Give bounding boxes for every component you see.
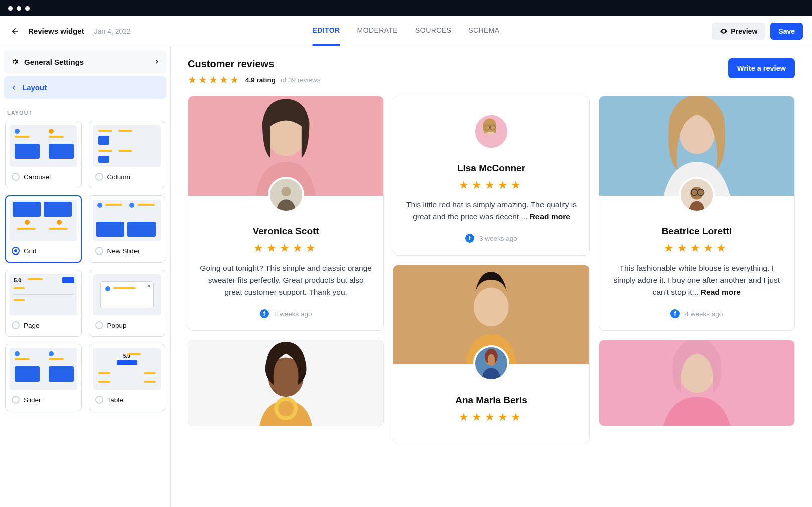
review-card[interactable] <box>599 340 795 426</box>
layout-name: Carousel <box>24 173 51 181</box>
review-hero <box>599 340 794 426</box>
layout-option-grid[interactable]: Grid <box>5 195 82 263</box>
editor-tabs: EDITOR MODERATE SOURCES SCHEMA <box>313 16 500 46</box>
layout-name: Table <box>107 396 123 404</box>
window-traffic-lights <box>0 0 812 16</box>
reviewer-name: Ana Maria Beris <box>403 395 579 406</box>
review-card[interactable]: Veronica Scott ★★★★★ Going out tonight? … <box>188 96 384 331</box>
radio-icon <box>95 321 103 329</box>
svg-point-1 <box>723 30 725 32</box>
layout-option-new-slider[interactable]: New Slider <box>89 195 166 263</box>
rating-summary: 4.9 rating <box>245 76 276 84</box>
reviewer-avatar <box>473 345 509 382</box>
sidebar-section-label: LAYOUT <box>4 99 166 121</box>
tab-moderate[interactable]: MODERATE <box>357 16 398 46</box>
window-dot <box>17 6 21 11</box>
read-more-link[interactable]: Read more <box>701 288 741 296</box>
reviewer-name: Beatrice Loretti <box>609 226 784 237</box>
radio-icon <box>12 396 20 404</box>
gear-icon <box>10 57 19 66</box>
layout-options-grid: Carousel Column <box>4 121 166 411</box>
layout-option-slider[interactable]: Slider <box>5 344 82 411</box>
tab-editor[interactable]: EDITOR <box>313 16 340 46</box>
sidebar-item-layout[interactable]: Layout <box>4 76 166 99</box>
review-time: 3 weeks ago <box>479 235 517 242</box>
radio-icon <box>95 173 103 181</box>
chevron-right-icon <box>153 58 160 65</box>
preview-canvas: Customer reviews ★★★★★ 4.9 rating of 39 … <box>171 46 812 507</box>
settings-sidebar: General Settings Layout LAYOUT <box>0 46 171 507</box>
tab-sources[interactable]: SOURCES <box>415 16 451 46</box>
svg-point-14 <box>474 288 509 327</box>
review-stars: ★★★★★ <box>198 242 373 255</box>
write-review-button[interactable]: Write a review <box>728 58 795 78</box>
layout-name: Slider <box>24 396 41 404</box>
reviewer-avatar <box>473 113 509 150</box>
layout-option-column[interactable]: Column <box>89 121 166 188</box>
layout-option-carousel[interactable]: Carousel <box>5 121 82 188</box>
preview-label: Preview <box>731 27 757 35</box>
layout-option-page[interactable]: 5.0 Page <box>5 270 82 337</box>
sidebar-item-general-settings[interactable]: General Settings <box>4 50 166 73</box>
layout-thumb <box>93 200 161 241</box>
layout-thumb <box>10 200 77 241</box>
save-button[interactable]: Save <box>770 23 803 40</box>
review-time: 2 weeks ago <box>274 310 312 318</box>
layout-name: Column <box>107 173 131 181</box>
sidebar-label: General Settings <box>24 58 84 66</box>
review-hero <box>188 340 383 426</box>
reviews-grid: Veronica Scott ★★★★★ Going out tonight? … <box>188 96 795 443</box>
svg-point-5 <box>281 187 291 196</box>
read-more-link[interactable]: Read more <box>530 212 570 221</box>
review-card[interactable]: Lisa McConner ★★★★★ This little red hat … <box>393 96 589 256</box>
rating-stars: ★★★★★ <box>188 74 240 86</box>
preview-button[interactable]: Preview <box>712 23 765 40</box>
page-date: Jan 4, 2022 <box>94 27 131 35</box>
radio-icon <box>12 247 20 255</box>
layout-thumb: 5.0 <box>10 274 77 315</box>
back-button[interactable] <box>9 25 21 37</box>
layout-name: Page <box>24 322 40 329</box>
review-stars: ★★★★★ <box>403 411 579 424</box>
review-stars: ★★★★★ <box>609 242 784 255</box>
review-time: 4 weeks ago <box>685 310 723 318</box>
review-card[interactable] <box>188 340 384 426</box>
window-dot <box>8 6 13 11</box>
layout-thumb <box>10 125 77 167</box>
review-card[interactable]: Ana Maria Beris ★★★★★ <box>393 265 589 443</box>
layout-name: New Slider <box>107 247 140 255</box>
facebook-icon: f <box>260 309 269 318</box>
reviewer-name: Lisa McConner <box>403 163 579 174</box>
layout-thumb <box>93 125 161 167</box>
top-toolbar: Reviews widget Jan 4, 2022 EDITOR MODERA… <box>0 16 812 46</box>
tab-schema[interactable]: SCHEMA <box>468 16 499 46</box>
radio-icon <box>95 396 103 404</box>
svg-point-20 <box>691 187 704 200</box>
review-text: This fashionable white blouse is everyth… <box>609 262 784 298</box>
layout-thumb: 5.0 <box>93 348 161 390</box>
window-dot <box>25 6 30 11</box>
reviewer-avatar <box>268 177 304 213</box>
radio-icon <box>95 247 103 255</box>
review-card[interactable]: Beatrice Loretti ★★★★★ This fashionable … <box>599 96 795 331</box>
reviews-heading: Customer reviews <box>188 58 321 70</box>
review-text: This little red hat is simply amazing. T… <box>403 199 579 223</box>
facebook-icon: f <box>670 309 680 318</box>
review-text: Going out tonight? This simple and class… <box>198 262 373 298</box>
reviewer-name: Veronica Scott <box>198 226 373 237</box>
save-label: Save <box>778 27 795 35</box>
facebook-icon: f <box>465 234 474 243</box>
eye-icon <box>720 27 728 35</box>
reviewer-avatar <box>679 177 715 213</box>
review-stars: ★★★★★ <box>403 179 579 192</box>
layout-thumb <box>10 348 77 390</box>
layout-option-table[interactable]: 5.0 Table <box>89 344 166 411</box>
sidebar-label: Layout <box>22 83 47 92</box>
radio-icon <box>12 173 20 181</box>
rating-count: of 39 reviews <box>281 76 321 84</box>
layout-option-popup[interactable]: ✕ Popup <box>89 270 166 337</box>
chevron-left-icon <box>10 84 17 91</box>
write-review-label: Write a review <box>737 64 786 72</box>
layout-name: Popup <box>107 322 127 329</box>
radio-icon <box>12 321 20 329</box>
